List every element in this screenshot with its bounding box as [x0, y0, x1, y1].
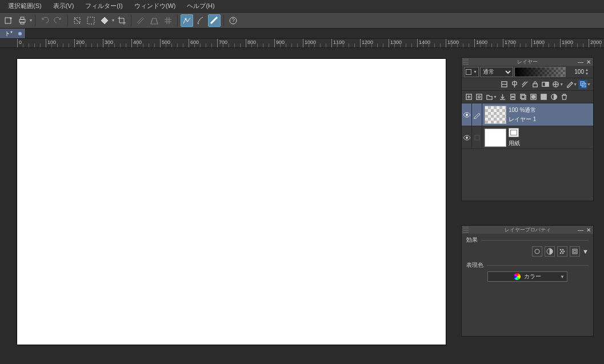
apply-mask-icon[interactable] — [539, 93, 549, 102]
effect-screen-icon[interactable] — [557, 246, 567, 257]
svg-rect-18 — [511, 94, 515, 97]
layer-color-icon[interactable] — [565, 80, 574, 89]
svg-point-33 — [561, 251, 562, 252]
effect-tone-icon[interactable] — [545, 246, 555, 257]
color-wheel-icon — [514, 273, 521, 280]
menu-filter[interactable]: フィルター(I) — [79, 0, 128, 12]
svg-rect-20 — [521, 94, 525, 98]
opacity-value: 100 — [567, 69, 584, 75]
palette-color-icon[interactable]: ▼ — [464, 67, 479, 77]
command-bar: ▾ ▾ — [0, 13, 604, 29]
select-all-icon[interactable] — [85, 14, 97, 27]
help-icon[interactable] — [227, 14, 239, 27]
layer-name: 用紙 — [509, 139, 520, 147]
corr-brush-icon[interactable] — [194, 14, 207, 27]
ruler-tick: 0 — [17, 39, 22, 48]
new-raster-layer-icon[interactable] — [464, 93, 473, 102]
svg-rect-10 — [542, 82, 546, 86]
layer-opacity-label: 100 %通常 — [509, 106, 536, 114]
document-tab[interactable]: ト* — [0, 29, 26, 38]
layer-mask-icon[interactable] — [541, 80, 550, 89]
transfer-down-icon[interactable] — [498, 93, 507, 102]
draft-layer-icon[interactable] — [520, 80, 529, 89]
crop-icon[interactable] — [115, 14, 128, 27]
grip-icon[interactable] — [463, 227, 469, 233]
horizontal-ruler: 0100200300400500600700800900100011001200… — [0, 39, 604, 48]
delete-layer-icon[interactable] — [560, 93, 569, 102]
merge-down-icon[interactable] — [509, 93, 518, 102]
expression-color-value: カラー — [524, 273, 541, 281]
opacity-slider[interactable] — [514, 67, 566, 77]
svg-rect-1 — [19, 19, 25, 22]
print-icon[interactable] — [16, 14, 29, 27]
new-correction-layer-icon[interactable] — [550, 93, 559, 102]
svg-rect-24 — [541, 94, 546, 99]
layer-mask-quick-icon[interactable] — [529, 93, 538, 102]
panel-minimize-icon[interactable]: — — [577, 226, 584, 233]
layer-action-row-1: ▼ ▼ ▼ — [462, 78, 593, 91]
layer-property-titlebar[interactable]: レイヤープロパティ — ✕ — [462, 226, 593, 234]
svg-rect-9 — [533, 84, 537, 87]
layer-item[interactable]: 100 %通常 レイヤー 1 — [462, 103, 593, 126]
paper-mini-icon — [509, 128, 519, 137]
clip-mask-icon[interactable] — [499, 80, 509, 89]
panel-close-icon[interactable]: ✕ — [585, 58, 592, 65]
lock-icon[interactable] — [530, 80, 539, 89]
color-section-label: 表現色 — [462, 259, 593, 269]
deselect-icon[interactable] — [71, 14, 83, 27]
new-folder-icon[interactable] — [485, 93, 494, 102]
svg-rect-14 — [582, 83, 585, 87]
dirty-dot-icon — [18, 32, 22, 35]
layer-property-title: レイヤープロパティ — [505, 226, 551, 234]
ruler-sub-icon[interactable] — [551, 80, 560, 89]
panel-minimize-icon[interactable]: — — [577, 58, 584, 65]
svg-point-31 — [560, 249, 561, 250]
reference-layer-icon[interactable] — [510, 80, 519, 89]
corr-taper-icon[interactable] — [208, 14, 221, 27]
snap-parallel-icon[interactable] — [134, 14, 147, 27]
svg-rect-21 — [522, 95, 526, 99]
redo-icon[interactable] — [52, 14, 65, 27]
corr-before-after-icon[interactable] — [181, 14, 193, 27]
snap-grid-icon[interactable] — [162, 14, 174, 27]
effect-extract-line-icon[interactable] — [570, 246, 580, 257]
menu-help[interactable]: ヘルプ(H) — [181, 0, 220, 12]
layer-thumbnail — [485, 129, 506, 147]
duplicate-layer-icon[interactable] — [519, 93, 528, 102]
snap-perspective-icon[interactable] — [148, 14, 161, 27]
menu-window[interactable]: ウィンドウ(W) — [129, 0, 182, 12]
layers-panel: レイヤー — ✕ ▼ 通常 100 ▲▼ ▼ ▼ ▼ — [461, 57, 594, 201]
document-tabs: ト* — [0, 29, 604, 39]
visibility-toggle-icon[interactable] — [462, 126, 472, 149]
edit-target-icon[interactable] — [472, 126, 482, 149]
expression-color-select[interactable]: カラー ▼ — [487, 271, 567, 282]
visibility-toggle-icon[interactable] — [462, 103, 472, 126]
layer-item[interactable]: 用紙 — [462, 126, 593, 149]
edit-target-icon[interactable] — [472, 103, 482, 126]
menu-select-range[interactable]: 選択範囲(S) — [2, 0, 47, 12]
layer-list: 100 %通常 レイヤー 1 用紙 — [462, 103, 593, 201]
opacity-spinner[interactable]: ▲▼ — [585, 68, 591, 76]
svg-rect-11 — [545, 82, 549, 86]
grip-icon[interactable] — [463, 59, 469, 65]
svg-rect-37 — [573, 249, 577, 254]
menu-view[interactable]: 表示(V) — [47, 0, 80, 12]
panel-column: レイヤー — ✕ ▼ 通常 100 ▲▼ ▼ ▼ ▼ — [461, 57, 594, 361]
layer-combine-icon[interactable] — [578, 80, 587, 89]
svg-point-23 — [532, 95, 535, 99]
layers-panel-titlebar[interactable]: レイヤー — ✕ — [462, 58, 593, 66]
blend-mode-select[interactable]: 通常 — [480, 67, 513, 77]
panel-close-icon[interactable]: ✕ — [585, 226, 592, 233]
fill-icon[interactable] — [98, 14, 111, 27]
canvas-viewport[interactable] — [0, 48, 457, 364]
layer-action-row-2: ▼ — [462, 91, 593, 103]
canvas[interactable] — [17, 59, 446, 345]
effect-border-icon[interactable] — [532, 246, 542, 257]
svg-rect-19 — [511, 97, 515, 99]
layer-property-panel: レイヤープロパティ — ✕ 効果 ▼ 表現色 カラー ▼ — [461, 225, 594, 337]
svg-rect-2 — [21, 17, 24, 19]
svg-point-36 — [562, 253, 563, 254]
new-vector-layer-icon[interactable] — [474, 93, 483, 102]
undo-icon[interactable] — [38, 14, 51, 27]
new-canvas-icon[interactable] — [2, 14, 15, 27]
